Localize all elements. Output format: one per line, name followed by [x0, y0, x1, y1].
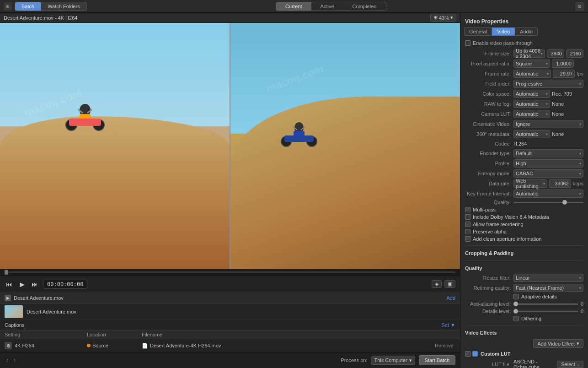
- encoder-type-label: Encoder type:: [465, 151, 511, 156]
- clean-aperture-checkbox[interactable]: [465, 236, 470, 242]
- dolby-vision-checkbox[interactable]: [465, 214, 470, 220]
- play-button[interactable]: ▶: [17, 280, 27, 289]
- status-tab-active[interactable]: Active: [311, 2, 343, 11]
- video-effect-row: Add Video Effect ▾: [460, 337, 588, 350]
- remove-button[interactable]: Remove: [433, 343, 455, 348]
- frame-size-select[interactable]: Up to 4096 x 2304 ▾: [513, 49, 545, 58]
- resize-filter-select[interactable]: Linear ▾: [513, 274, 583, 282]
- enable-passthrough-checkbox[interactable]: [465, 40, 470, 46]
- data-rate-select[interactable]: Web publishing ▾: [513, 179, 547, 188]
- process-value: This Computer: [374, 357, 407, 363]
- start-batch-button[interactable]: Start Batch: [419, 355, 455, 365]
- zoom-icon: ⊞: [433, 15, 438, 21]
- status-tab-completed[interactable]: Completed: [343, 2, 386, 11]
- video-right: macmj.com: [230, 23, 460, 269]
- adaptive-details-checkbox[interactable]: [513, 294, 519, 299]
- prop-encoder-type: Encoder type: Default ▾: [460, 148, 588, 158]
- process-select[interactable]: This Computer ▾: [371, 356, 415, 365]
- svg-rect-4: [69, 119, 101, 126]
- tab-audio[interactable]: Audio: [515, 27, 538, 36]
- resize-filter-text: Linear: [516, 275, 530, 281]
- details-level-value: 0: [581, 308, 583, 314]
- lut-active-checkbox[interactable]: [472, 351, 478, 357]
- nav-right-button[interactable]: ›: [12, 357, 17, 363]
- property-tabs: General Video Audio: [460, 27, 588, 39]
- mark-out-button[interactable]: ▣: [444, 280, 455, 288]
- entropy-mode-select[interactable]: CABAC ▾: [513, 169, 583, 178]
- dithering-label: Dithering: [521, 316, 541, 321]
- allow-reordering-checkbox[interactable]: [465, 222, 470, 227]
- pixel-aspect-select[interactable]: Square ▾: [513, 60, 550, 68]
- prop-cinematic-video: Cinematic Video: Ignore ▾: [460, 119, 588, 129]
- lut-enabled-checkbox[interactable]: [465, 351, 470, 357]
- camera-lut-extra: None: [552, 111, 564, 117]
- lut-label: Custom LUT: [481, 351, 583, 357]
- section-divider-2: [465, 260, 583, 261]
- svg-rect-11: [284, 135, 314, 142]
- details-level-thumb[interactable]: [513, 309, 518, 314]
- details-level-track[interactable]: [513, 311, 578, 312]
- tab-video[interactable]: Video: [492, 27, 515, 36]
- transport-left: ⏮ ▶ ⏭ 00:00:00:00: [5, 280, 87, 289]
- anti-aliasing-track[interactable]: [513, 303, 578, 305]
- skip-forward-button[interactable]: ⏭: [30, 280, 39, 289]
- raw-to-log-select[interactable]: Automatic ▾: [513, 100, 550, 108]
- video-properties-title: Video Properties: [460, 16, 588, 27]
- lut-select-button[interactable]: Select...: [557, 361, 583, 368]
- col-location-val: Source: [87, 343, 142, 348]
- frame-height-input[interactable]: [566, 49, 583, 58]
- color-space-select[interactable]: Automatic ▾: [513, 90, 550, 98]
- nav-left-button[interactable]: ‹: [5, 357, 10, 363]
- cinematic-video-select[interactable]: Ignore ▾: [513, 120, 583, 128]
- data-rate-text: Web publishing: [516, 178, 543, 189]
- window-icon[interactable]: ⊞: [4, 2, 12, 11]
- tab-watch-folders[interactable]: Watch Folders: [41, 2, 86, 11]
- quality-slider-thumb[interactable]: [562, 200, 567, 205]
- anti-aliasing-thumb[interactable]: [513, 302, 518, 306]
- tab-batch[interactable]: Batch: [15, 2, 41, 11]
- filename-bar: Desert Adventure.mov - 4K H264 ⊞ 43% ▾: [0, 13, 460, 23]
- keyframe-interval-select[interactable]: Automatic ▾: [513, 189, 583, 198]
- frame-rate-value: Automatic ▾ fps: [513, 70, 583, 78]
- frame-rate-select[interactable]: Automatic ▾: [513, 70, 551, 78]
- camera-lut-select[interactable]: Automatic ▾: [513, 110, 550, 118]
- multi-pass-checkbox[interactable]: [465, 207, 470, 212]
- preserve-alpha-checkbox[interactable]: [465, 229, 470, 234]
- field-order-value: Progressive ▾: [513, 80, 583, 88]
- pixel-aspect-input[interactable]: [552, 60, 574, 68]
- 360-metadata-select[interactable]: Automatic ▾: [513, 130, 550, 138]
- add-video-effect-button[interactable]: Add Video Effect ▾: [533, 339, 583, 348]
- add-button[interactable]: Add: [446, 295, 455, 301]
- entropy-mode-value: CABAC ▾: [513, 169, 583, 178]
- prop-codec: Codec: H.264: [460, 139, 588, 148]
- frame-rate-input[interactable]: [553, 70, 575, 78]
- encoder-type-select[interactable]: Default ▾: [513, 149, 583, 157]
- timeline-scrubber[interactable]: [0, 269, 460, 276]
- mark-in-button[interactable]: ◈: [432, 280, 442, 288]
- dithering-checkbox[interactable]: [513, 316, 519, 321]
- encoder-type-text: Default: [516, 151, 532, 156]
- profile-select[interactable]: High ▾: [513, 159, 583, 168]
- transport-controls: ⏮ ▶ ⏭ 00:00:00:00 ◈ ▣: [0, 276, 460, 292]
- expand-button[interactable]: ⊠: [575, 2, 584, 11]
- tab-general[interactable]: General: [464, 27, 492, 36]
- skip-back-button[interactable]: ⏮: [5, 280, 14, 289]
- data-rate-input[interactable]: [549, 179, 571, 188]
- zoom-arrow: ▾: [450, 15, 453, 21]
- filename-label: Desert Adventure.mov - 4K H264: [4, 15, 77, 21]
- entropy-mode-label: Entropy mode:: [465, 171, 511, 176]
- quality-slider-track[interactable]: [513, 202, 583, 203]
- 360-metadata-text: Automatic: [516, 131, 538, 137]
- checkbox-multi-pass: Multi-pass: [460, 206, 588, 213]
- top-bar: ⊞ Batch Watch Folders Current Active Com…: [0, 0, 588, 13]
- data-rate-label: Data rate:: [465, 181, 511, 186]
- field-order-select[interactable]: Progressive ▾: [513, 80, 583, 88]
- frame-width-input[interactable]: [547, 49, 564, 58]
- retiming-quality-select[interactable]: Fast (Nearest Frame) ▾: [513, 284, 583, 292]
- camera-lut-text: Automatic: [516, 111, 538, 117]
- col-setting-val: ⚙ 4K H264: [5, 342, 87, 349]
- set-button[interactable]: Set ▼: [442, 322, 455, 328]
- pixel-aspect-text: Square: [516, 61, 532, 66]
- status-tab-current[interactable]: Current: [276, 2, 311, 11]
- zoom-box[interactable]: ⊞ 43% ▾: [430, 14, 456, 22]
